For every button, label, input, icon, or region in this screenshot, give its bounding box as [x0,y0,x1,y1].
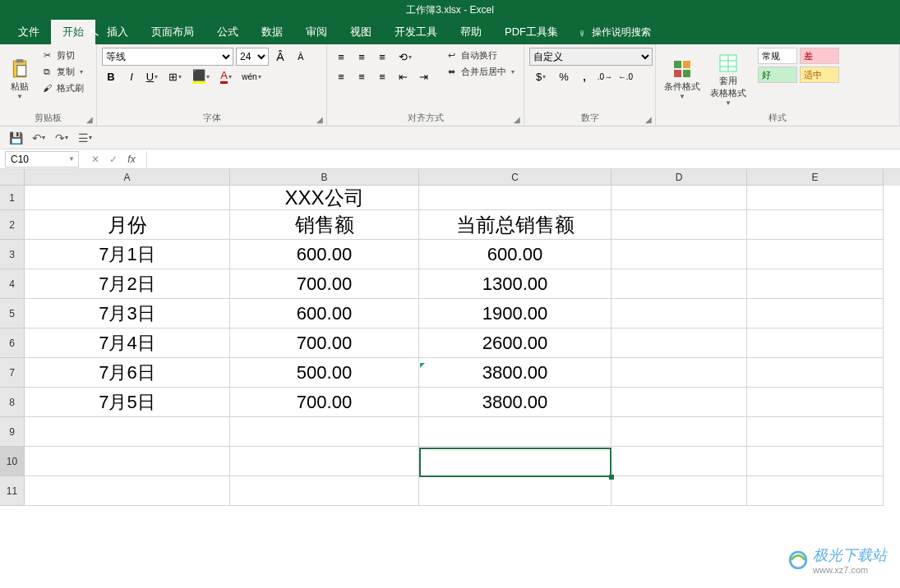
cell[interactable]: 700.00 [230,328,419,358]
redo-button[interactable]: ↷▾ [53,130,71,146]
row-header[interactable]: 1 [0,186,25,210]
cell[interactable]: 600.00 [419,240,612,269]
style-bad[interactable]: 差 [800,48,839,64]
name-box[interactable]: C10 ▼ [5,151,79,168]
cell[interactable] [747,240,884,269]
font-size-select[interactable]: 24 [236,48,269,66]
cell[interactable] [25,186,230,210]
cell[interactable]: 600.00 [230,240,419,269]
percent-button[interactable]: % [555,67,573,85]
indent-decrease-button[interactable]: ⇤ [394,67,412,85]
cell[interactable] [25,447,230,476]
format-painter-button[interactable]: 🖌格式刷 [38,80,86,95]
cell[interactable] [747,476,884,506]
copy-button[interactable]: ⧉复制▾ [38,64,86,79]
tab-help[interactable]: 帮助 [449,20,493,44]
cell[interactable] [747,388,884,417]
paste-button[interactable]: 粘贴 ▼ [5,48,35,110]
cell[interactable] [419,447,612,476]
tell-me-search[interactable]: ♀ 操作说明搜索 [570,21,659,44]
bold-button[interactable]: B [102,67,120,85]
cell[interactable] [747,210,884,240]
tab-data[interactable]: 数据 [250,20,294,44]
decrease-font-button[interactable]: Ǎ [292,48,310,66]
cell[interactable] [419,186,612,210]
cut-button[interactable]: ✂剪切 [38,48,86,62]
undo-button[interactable]: ↶▾ [30,130,48,146]
row-header[interactable]: 11 [0,476,25,506]
worksheet-grid[interactable]: A B C D E 1XXX公司2月份销售额当前总销售额37月1日600.006… [0,169,900,506]
cell[interactable] [612,476,747,506]
align-top-button[interactable]: ≡ [332,48,350,66]
cell[interactable] [612,447,747,476]
fill-handle[interactable] [609,475,614,480]
font-color-button[interactable]: A▾ [215,67,238,85]
select-all-corner[interactable] [0,169,25,186]
tab-insert[interactable]: 插入 [95,20,140,44]
cell[interactable]: 600.00 [230,299,419,328]
cell[interactable]: 7月5日 [25,388,230,417]
formula-bar[interactable] [146,151,900,168]
row-header[interactable]: 10 [0,447,25,476]
cell[interactable]: 2600.00 [419,328,612,358]
cell[interactable] [230,417,419,447]
col-header-C[interactable]: C [419,169,612,186]
cell[interactable] [747,269,884,299]
tab-pdf[interactable]: PDF工具集 [493,20,570,44]
cell[interactable]: 7月1日 [25,240,230,269]
cell[interactable] [612,299,747,328]
row-header[interactable]: 6 [0,328,25,358]
align-bottom-button[interactable]: ≡ [373,48,391,66]
launcher-icon[interactable]: ◢ [645,115,652,124]
cell[interactable] [612,269,747,299]
save-button[interactable]: 💾 [7,130,25,146]
cell[interactable]: XXX公司 [230,186,419,210]
cell[interactable]: 700.00 [230,388,419,417]
align-right-button[interactable]: ≡ [373,67,391,85]
tab-pagelayout[interactable]: 页面布局 [140,20,205,44]
accounting-format-button[interactable]: $▾ [529,67,552,85]
cell[interactable] [612,358,747,388]
row-header[interactable]: 7 [0,358,25,388]
col-header-B[interactable]: B [230,169,419,186]
style-normal[interactable]: 常规 [758,48,797,64]
font-name-select[interactable]: 等线 [102,48,233,66]
launcher-icon[interactable]: ◢ [316,115,323,124]
cell[interactable] [25,476,230,506]
cell[interactable] [25,417,230,447]
style-good[interactable]: 好 [758,67,797,83]
underline-button[interactable]: U▾ [143,67,161,85]
touch-mode-button[interactable]: ☰▾ [76,130,94,146]
launcher-icon[interactable]: ◢ [86,115,93,124]
indent-increase-button[interactable]: ⇥ [414,67,432,85]
comma-button[interactable]: , [575,67,593,85]
wrap-text-button[interactable]: ↩自动换行 [442,48,517,62]
orientation-button[interactable]: ⟲▾ [394,48,417,66]
increase-font-button[interactable]: Â [271,48,289,66]
tab-file[interactable]: 文件 [7,20,51,44]
cell[interactable]: 7月4日 [25,328,230,358]
cell[interactable]: 3800.00 [419,358,612,388]
tab-home[interactable]: 开始 [51,20,95,44]
insert-function-button[interactable]: fx [123,154,140,165]
cell[interactable] [747,417,884,447]
cell[interactable]: 7月3日 [25,299,230,328]
cell[interactable]: 销售额 [230,210,419,240]
tab-developer[interactable]: 开发工具 [383,20,449,44]
cell[interactable] [612,210,747,240]
cell[interactable]: 1300.00 [419,269,612,299]
fill-color-button[interactable]: ⬛▾ [189,67,212,85]
tab-formulas[interactable]: 公式 [205,20,250,44]
italic-button[interactable]: I [122,67,141,85]
col-header-A[interactable]: A [25,169,230,186]
cell[interactable] [419,417,612,447]
cell[interactable] [747,186,884,210]
launcher-icon[interactable]: ◢ [514,115,520,124]
col-header-D[interactable]: D [612,169,747,186]
cell[interactable]: 当前总销售额 [419,210,612,240]
cell[interactable]: 7月2日 [25,269,230,299]
row-header[interactable]: 2 [0,210,25,240]
cell[interactable] [612,240,747,269]
cell[interactable] [747,299,884,328]
cell[interactable] [230,447,419,476]
